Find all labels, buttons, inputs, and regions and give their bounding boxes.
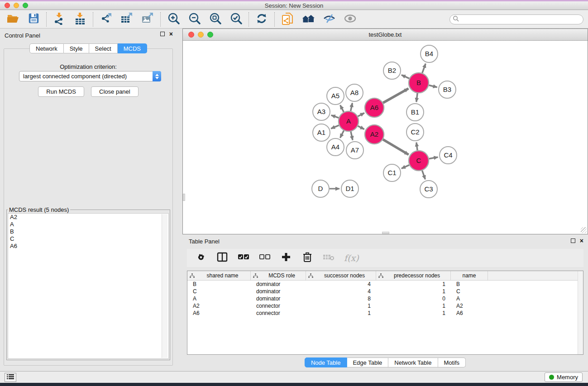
tab-select[interactable]: Select (89, 43, 118, 53)
delete-table-button[interactable] (323, 252, 335, 264)
resize-grip-icon[interactable] (581, 227, 587, 233)
table-cell[interactable]: A2 (451, 303, 488, 309)
show-columns-button[interactable] (216, 252, 228, 264)
add-row-button[interactable] (280, 252, 292, 264)
table-cell[interactable]: A (451, 295, 488, 302)
table-cell[interactable]: 4 (306, 281, 376, 287)
tab-motifs[interactable]: Motifs (438, 357, 466, 367)
search-field[interactable] (449, 14, 583, 24)
tab-network[interactable]: Network (29, 43, 64, 53)
result-item[interactable]: A6 (8, 243, 168, 250)
vertical-scroll-stub[interactable] (183, 194, 185, 201)
float-panel-icon[interactable] (160, 32, 165, 36)
delete-row-button[interactable] (301, 252, 313, 264)
run-mcds-button[interactable]: Run MCDS (38, 86, 84, 97)
column-header-successor-nodes[interactable]: successor nodes (306, 271, 376, 280)
export-image-button[interactable] (141, 13, 154, 26)
zoom-selected-button[interactable] (229, 13, 243, 26)
close-panel-icon[interactable]: × (169, 32, 173, 36)
show-selected-button[interactable] (343, 13, 357, 26)
graph-edge-C-C1[interactable] (402, 165, 409, 169)
memory-button[interactable]: Memory (545, 372, 583, 382)
criterion-dropdown[interactable]: largest connected component (directed) (19, 71, 161, 81)
column-header-MCDS-role[interactable]: MCDS role (251, 271, 306, 280)
open-session-button[interactable] (6, 13, 19, 26)
table-cell[interactable]: 1 (376, 303, 451, 309)
table-cell[interactable]: C (187, 288, 251, 295)
save-session-button[interactable] (27, 13, 40, 26)
table-row[interactable]: Bdominator41B (187, 281, 583, 288)
graph-edge-A-A4[interactable] (340, 130, 344, 138)
table-cell[interactable]: dominator (251, 281, 306, 287)
tab-mcds[interactable]: MCDS (118, 43, 147, 53)
table-cell[interactable]: A2 (187, 303, 251, 309)
graph-edge-A-A1[interactable] (331, 125, 339, 129)
hide-selected-button[interactable] (322, 13, 336, 26)
network-canvas[interactable]: B4B2BB3A5A8A6A3B1AA1C2A2A4A7C4CC1C3DD1 (183, 41, 588, 234)
column-header-shared-name[interactable]: shared name (187, 271, 251, 280)
table-cell[interactable]: C (451, 288, 488, 295)
table-cell[interactable]: B (187, 281, 251, 287)
task-history-button[interactable] (5, 373, 16, 382)
table-scrollbar[interactable] (578, 271, 583, 354)
export-network-button[interactable] (99, 13, 113, 26)
graph-edge-A6-B[interactable] (383, 89, 408, 103)
table-settings-button[interactable] (195, 252, 207, 264)
column-header-name[interactable]: name (451, 271, 488, 280)
apply-layout-button[interactable] (255, 13, 268, 26)
select-all-button[interactable] (238, 252, 249, 264)
tab-network-table[interactable]: Network Table (388, 357, 438, 367)
homes-button[interactable] (301, 13, 315, 26)
table-cell[interactable]: 1 (306, 310, 376, 316)
graph-edge-A-A8[interactable] (351, 103, 353, 111)
graph-edge-B-B3[interactable] (429, 85, 437, 87)
export-table-button[interactable] (120, 13, 134, 26)
graph-edge-C-C2[interactable] (416, 143, 417, 150)
result-scrollbar[interactable] (162, 214, 167, 358)
graph-edge-A-A6[interactable] (358, 113, 364, 117)
result-item[interactable]: A2 (8, 214, 168, 221)
result-item[interactable]: B (8, 228, 168, 235)
graph-edge-A-A3[interactable] (331, 115, 339, 118)
table-cell[interactable]: A6 (451, 310, 488, 316)
function-builder-button[interactable]: f(x) (344, 252, 359, 264)
tab-edge-table[interactable]: Edge Table (347, 357, 388, 367)
graph-edge-B-B1[interactable] (416, 93, 417, 102)
table-cell[interactable]: dominator (251, 288, 306, 295)
table-row[interactable]: A2connector11A2 (187, 302, 583, 310)
result-item[interactable]: C (8, 235, 168, 243)
search-input[interactable] (459, 15, 583, 24)
graph-edge-B-B2[interactable] (402, 75, 409, 79)
table-row[interactable]: Cdominator41C (187, 288, 583, 295)
result-item[interactable]: A (8, 221, 168, 228)
close-panel-button[interactable]: Close panel (91, 86, 139, 97)
graph-edge-A-A5[interactable] (340, 105, 344, 112)
table-cell[interactable]: 1 (306, 303, 376, 309)
table-cell[interactable]: 0 (376, 295, 451, 302)
table-cell[interactable]: B (451, 281, 488, 287)
import-network-button[interactable] (53, 13, 66, 26)
zoom-out-button[interactable] (187, 13, 201, 26)
graph-edge-C-C4[interactable] (429, 157, 438, 159)
close-table-panel-icon[interactable]: × (580, 238, 583, 243)
table-cell[interactable]: A6 (187, 310, 251, 316)
table-cell[interactable]: 1 (376, 310, 451, 316)
table-cell[interactable]: 1 (376, 288, 451, 295)
graph-edge-A-A7[interactable] (351, 131, 353, 140)
table-cell[interactable]: A (187, 295, 251, 302)
table-cell[interactable]: 4 (306, 288, 376, 295)
import-table-button[interactable] (73, 13, 87, 26)
tab-node-table[interactable]: Node Table (305, 357, 347, 367)
table-row[interactable]: A6connector11A6 (187, 310, 583, 317)
zoom-in-button[interactable] (167, 13, 180, 26)
zoom-fit-button[interactable] (208, 13, 222, 26)
tab-style[interactable]: Style (64, 43, 89, 53)
table-cell[interactable]: 1 (376, 281, 451, 287)
float-table-panel-icon[interactable] (571, 238, 575, 243)
network-window-titlebar[interactable]: testGlobe.txt (183, 29, 588, 41)
table-cell[interactable]: 8 (306, 295, 376, 302)
network-graph[interactable]: B4B2BB3A5A8A6A3B1AA1C2A2A4A7C4CC1C3DD1 (183, 41, 588, 234)
graph-edge-A2-C[interactable] (383, 139, 409, 155)
mcds-result-list[interactable]: A2ABCA6 (8, 213, 169, 359)
graph-edge-A-A2[interactable] (358, 126, 364, 129)
